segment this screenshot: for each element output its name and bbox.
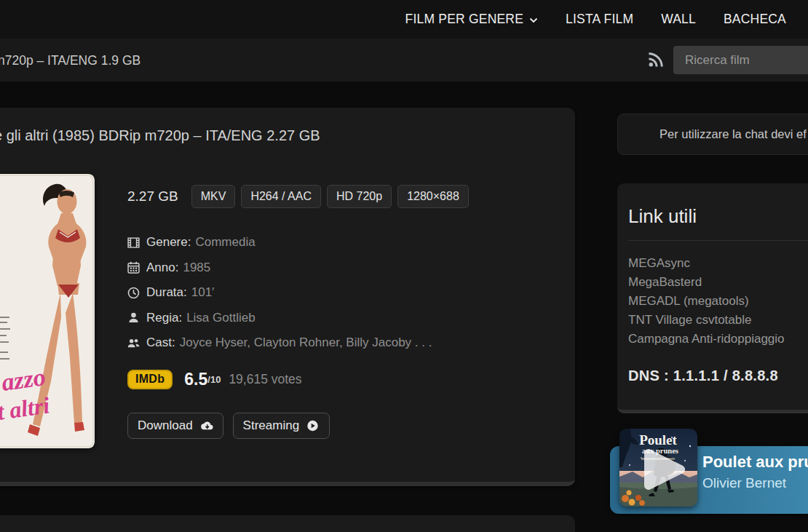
meta-label: Cast: [146,336,175,350]
movie-poster[interactable]: azzo t altri [0,174,95,448]
poster-art: azzo t altri [0,174,95,448]
nav-lista-film[interactable]: LISTA FILM [566,12,633,27]
film-icon [127,237,140,249]
chat-notice-text: Per utilizzare la chat devi ef [618,127,807,141]
album-art[interactable]: Poulet aux prunes [619,429,697,507]
link-utili-card: Link utili MEGAsync MegaBasterd MEGADL (… [617,183,808,413]
nav-label: LISTA FILM [566,12,633,27]
meta-label: Anno: [146,261,178,275]
player-track-title[interactable]: Poulet aux prun [702,453,808,472]
meta-label: Regia: [146,311,182,325]
file-size: 2.27 GB [127,188,178,205]
meta-director: Regia: Lisa Gottlieb [127,306,432,331]
badge-codec: H264 / AAC [241,185,321,208]
imdb-rating: 6.5 [184,370,207,389]
link-megabasterd[interactable]: MegaBasterd [628,273,808,292]
meta-genre: Genere: Commedia [127,230,432,255]
meta-year: Anno: 1985 [127,255,432,281]
download-button[interactable]: Download [127,413,223,439]
badge-container-format: MKV [191,185,236,208]
play-circle-icon [306,420,320,432]
album-art-illustration: Poulet aux prunes [619,429,697,507]
rss-icon[interactable] [648,51,665,68]
link-megadl[interactable]: MEGADL (megatools) [628,292,808,311]
search-input[interactable] [673,46,808,74]
user-icon [127,311,140,324]
imdb-logo[interactable]: IMDb [127,370,173,389]
post-card: e gli altri (1985) BDRip m720p – ITA/ENG… [0,108,575,486]
badge-resolution: 1280×688 [397,185,469,208]
nav-label: WALL [661,12,696,27]
sub-header: n720p – ITA/ENG 1.9 GB [0,39,808,82]
next-post-card[interactable] [0,515,575,532]
badge-quality: HD 720p [327,185,392,208]
meta-value-genre[interactable]: Commedia [195,235,255,250]
users-icon [127,337,140,349]
streaming-label: Streaming [243,418,299,433]
clock-icon [127,287,140,299]
top-navigation: FILM PER GENERE LISTA FILM WALL BACHECA [0,0,808,39]
meta-label: Durata: [146,285,187,300]
page: FILM PER GENERE LISTA FILM WALL BACHECA … [0,0,808,532]
meta-label: Genere: [146,235,191,250]
movie-metadata: Genere: Commedia Anno: 1985 Durata: 101′ [127,230,432,356]
link-utili-list: MEGAsync MegaBasterd MEGADL (megatools) … [628,254,808,349]
calendar-icon [127,261,140,274]
post-title[interactable]: e gli altri (1985) BDRip m720p – ITA/ENG… [0,127,320,144]
link-tnt-village[interactable]: TNT Village csvtotable [628,311,808,330]
latest-release-ticker[interactable]: n720p – ITA/ENG 1.9 GB [0,52,140,68]
dns-info: DNS : 1.1.1.1 / 8.8.8.8 [628,368,808,384]
link-campagna[interactable]: Campagna Anti-ridoppiaggio [628,330,808,349]
cloud-download-icon [199,420,213,432]
meta-cast: Cast: Joyce Hyser, Clayton Rohner, Billy… [127,330,432,356]
album-title-1: Poulet [639,432,677,448]
nav-film-per-genere[interactable]: FILM PER GENERE [405,12,538,27]
nav-label: FILM PER GENERE [405,12,523,27]
meta-value-director[interactable]: Lisa Gottlieb [186,311,256,325]
nav-bacheca[interactable]: BACHECA [724,12,786,27]
meta-value-duration: 101′ [191,285,215,300]
streaming-button[interactable]: Streaming [233,413,330,439]
download-label: Download [138,418,193,433]
meta-value-year[interactable]: 1985 [183,261,210,275]
chat-notice-card[interactable]: Per utilizzare la chat devi ef [617,114,808,155]
meta-duration: Durata: 101′ [127,280,432,306]
link-utili-title: Link utili [628,205,808,228]
divider [628,240,808,241]
imdb-scale: /10 [207,374,221,385]
nav-wall[interactable]: WALL [661,12,696,27]
imdb-votes: 19,615 votes [229,372,301,387]
chevron-down-icon [529,17,538,23]
meta-value-cast[interactable]: Joyce Hyser, Clayton Rohner, Billy Jacob… [180,336,432,350]
action-buttons-row: Download Streaming [127,413,330,439]
link-megasync[interactable]: MEGAsync [628,254,808,273]
player-track-artist[interactable]: Olivier Bernet [702,475,786,491]
nav-label: BACHECA [724,12,786,27]
imdb-rating-row: IMDb 6.5 /10 19,615 votes [127,370,302,389]
format-badges-row: 2.27 GB MKV H264 / AAC HD 720p 1280×688 [127,185,469,208]
